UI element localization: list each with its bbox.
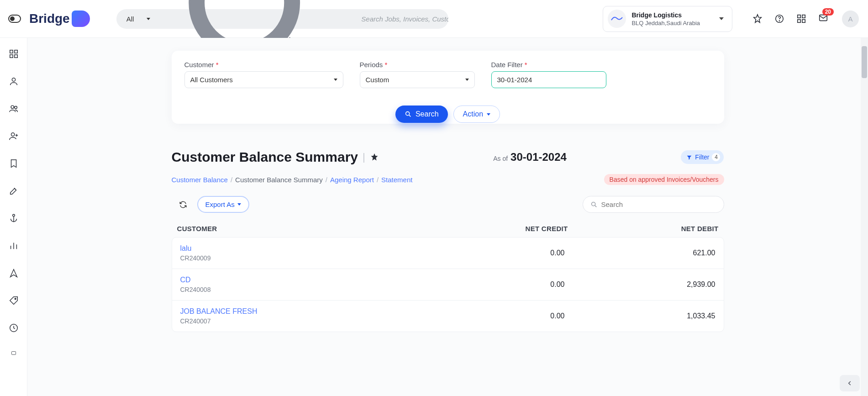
search-scope-select[interactable]: All: [116, 9, 159, 29]
svg-point-17: [11, 133, 14, 136]
chevron-down-icon: [147, 18, 150, 20]
filter-card: Customer * All Customers Periods * Custo…: [172, 51, 724, 124]
app-logo[interactable]: Bridge: [29, 11, 90, 27]
customer-link[interactable]: JOB BALANCE FRESH: [180, 307, 446, 316]
search-scope-value: All: [126, 15, 134, 23]
notifications-button[interactable]: 20: [818, 13, 828, 25]
table-header: CUSTOMER NET CREDIT NET DEBIT: [172, 225, 724, 232]
avatar-initial: A: [848, 15, 852, 23]
customer-code: CR240008: [180, 286, 446, 293]
main-content: Customer * All Customers Periods * Custo…: [27, 38, 868, 396]
search-icon: [405, 111, 412, 118]
company-selector[interactable]: Bridge Logistics BLQ Jeddah,Saudi Arabia: [603, 6, 732, 32]
table-body: lalu CR240009 0.00 621.00 CD CR240008 0.…: [172, 237, 724, 332]
favorite-star-icon[interactable]: [370, 153, 379, 162]
refresh-icon[interactable]: [179, 201, 187, 209]
edit-icon[interactable]: [9, 186, 19, 196]
chevron-down-icon: [487, 113, 490, 116]
svg-point-22: [406, 112, 410, 116]
tag-icon[interactable]: [9, 296, 19, 306]
card-icon[interactable]: [9, 350, 19, 356]
table-row: lalu CR240009 0.00 621.00: [172, 238, 724, 269]
filter-chip[interactable]: Filter 4: [681, 150, 724, 164]
table-search-input[interactable]: [601, 201, 716, 208]
customer-code: CR240009: [180, 254, 446, 262]
search-button-label: Search: [416, 110, 439, 118]
apps-grid-icon[interactable]: [796, 14, 806, 24]
svg-rect-21: [11, 352, 16, 355]
svg-point-19: [15, 298, 16, 300]
svg-rect-12: [10, 55, 12, 58]
person-add-icon[interactable]: [9, 131, 19, 141]
chevron-down-icon: [465, 79, 469, 81]
chevron-down-icon: [237, 203, 241, 206]
help-icon[interactable]: [774, 14, 784, 24]
breadcrumb-link[interactable]: Customer Balance: [172, 176, 228, 184]
collapse-button[interactable]: [840, 375, 860, 391]
customer-code: CR240007: [180, 317, 446, 325]
cell-netcredit: 0.00: [446, 249, 565, 257]
notification-badge: 20: [822, 8, 834, 16]
customer-link[interactable]: CD: [180, 276, 446, 284]
divider: |: [363, 151, 365, 163]
action-button[interactable]: Action: [453, 106, 500, 123]
datefilter-label: Date Filter *: [491, 61, 606, 69]
scrollbar-track[interactable]: [861, 38, 868, 396]
bar-chart-icon[interactable]: [9, 241, 19, 251]
svg-rect-11: [14, 50, 17, 53]
filter-icon: [686, 154, 692, 160]
star-icon[interactable]: [752, 14, 763, 24]
periods-label: Periods *: [360, 61, 475, 69]
customer-value: All Customers: [190, 76, 233, 84]
customer-link[interactable]: lalu: [180, 244, 446, 253]
people-icon[interactable]: [9, 104, 19, 114]
company-name: Bridge Logistics: [631, 11, 700, 19]
svg-rect-10: [10, 50, 12, 53]
table-row: JOB BALANCE FRESH CR240007 0.00 1,033.45: [172, 301, 724, 332]
breadcrumb-separator: /: [231, 176, 232, 184]
svg-point-18: [12, 214, 15, 216]
col-header-netdebit: NET DEBIT: [568, 225, 719, 232]
scrollbar-thumb[interactable]: [862, 46, 867, 78]
search-box: [158, 9, 448, 29]
dashboard-icon[interactable]: [9, 49, 19, 59]
cell-netcredit: 0.00: [446, 312, 565, 320]
export-button[interactable]: Export As: [197, 196, 249, 213]
bookmark-icon[interactable]: [9, 158, 19, 169]
svg-rect-6: [802, 15, 805, 18]
svg-point-24: [591, 202, 595, 206]
svg-rect-5: [798, 15, 800, 18]
status-badge: Based on approved Invoices/Vouchers: [604, 174, 724, 185]
header-actions: 20 A: [752, 11, 859, 27]
breadcrumb-separator: /: [377, 176, 379, 184]
person-icon[interactable]: [9, 76, 19, 86]
svg-line-25: [595, 206, 596, 207]
svg-point-14: [12, 78, 15, 81]
periods-value: Custom: [366, 76, 389, 84]
col-header-netcredit: NET CREDIT: [449, 225, 568, 232]
title-row: Customer Balance Summary | As of 30-01-2…: [172, 149, 724, 165]
sidebar: [0, 38, 27, 396]
breadcrumb-link[interactable]: Statement: [381, 176, 412, 184]
logo-mark-icon: [72, 11, 90, 27]
svg-point-15: [11, 106, 14, 108]
export-button-label: Export As: [205, 201, 235, 208]
svg-rect-7: [798, 20, 800, 22]
svg-line-23: [409, 115, 410, 116]
periods-select[interactable]: Custom: [360, 71, 475, 88]
breadcrumb-link[interactable]: Ageing Report: [330, 176, 374, 184]
avatar[interactable]: A: [842, 11, 859, 27]
search-button[interactable]: Search: [395, 106, 448, 123]
navigation-icon[interactable]: [9, 268, 19, 278]
action-button-label: Action: [463, 110, 483, 118]
global-search-input[interactable]: [361, 15, 448, 23]
breadcrumb: Customer Balance / Customer Balance Summ…: [172, 174, 724, 185]
anchor-icon[interactable]: [9, 213, 19, 223]
company-subtitle: BLQ Jeddah,Saudi Arabia: [631, 20, 700, 26]
clock-icon[interactable]: [9, 323, 19, 333]
customer-select[interactable]: All Customers: [184, 71, 343, 88]
svg-rect-8: [802, 20, 805, 22]
cell-netdebit: 2,939.00: [565, 280, 715, 289]
view-toggle-icon[interactable]: [8, 15, 21, 23]
date-filter-input[interactable]: 30-01-2024: [491, 71, 606, 88]
